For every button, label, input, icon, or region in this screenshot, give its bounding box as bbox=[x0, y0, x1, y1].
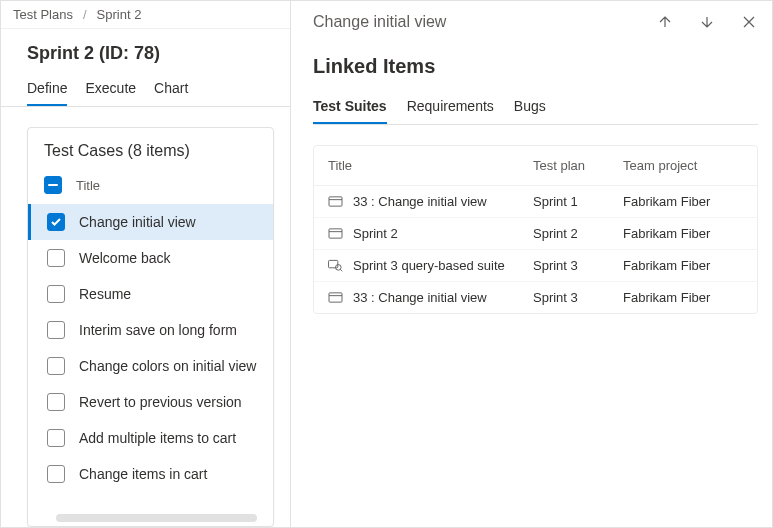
checkbox[interactable] bbox=[47, 357, 65, 375]
checkbox[interactable] bbox=[47, 249, 65, 267]
list-item-label: Change colors on initial view bbox=[79, 358, 256, 374]
list-item[interactable]: Change items in cart bbox=[28, 456, 273, 492]
left-tabs: Define Execute Chart bbox=[1, 74, 290, 107]
side-panel-title: Change initial view bbox=[313, 13, 446, 31]
list-item-label: Revert to previous version bbox=[79, 394, 242, 410]
test-cases-card: Test Cases (8 items) Title Change initia… bbox=[27, 127, 274, 527]
test-plan-cell: Sprint 2 bbox=[533, 226, 623, 241]
tab-requirements[interactable]: Requirements bbox=[407, 92, 494, 124]
test-cases-column-header: Title bbox=[28, 172, 273, 204]
test-plan-cell: Sprint 3 bbox=[533, 290, 623, 305]
list-item-label: Change items in cart bbox=[79, 466, 207, 482]
suite-title: 33 : Change initial view bbox=[353, 194, 487, 209]
side-panel-actions bbox=[656, 13, 758, 31]
test-plan-cell: Sprint 3 bbox=[533, 258, 623, 273]
table-row[interactable]: 33 : Change initial viewSprint 3Fabrikam… bbox=[314, 281, 757, 313]
list-item[interactable]: Revert to previous version bbox=[28, 384, 273, 420]
table-body: 33 : Change initial viewSprint 1Fabrikam… bbox=[314, 186, 757, 313]
table-row[interactable]: 33 : Change initial viewSprint 1Fabrikam… bbox=[314, 186, 757, 217]
list-item-label: Add multiple items to cart bbox=[79, 430, 236, 446]
breadcrumb-separator: / bbox=[83, 7, 87, 22]
list-item[interactable]: Change initial view bbox=[28, 204, 273, 240]
list-item[interactable]: Interim save on long form bbox=[28, 312, 273, 348]
linked-items-tabs: Test Suites Requirements Bugs bbox=[313, 92, 758, 125]
suite-title: Sprint 3 query-based suite bbox=[353, 258, 505, 273]
arrow-up-icon[interactable] bbox=[656, 13, 674, 31]
suite-title-cell: Sprint 3 query-based suite bbox=[328, 258, 533, 273]
linked-items-header: Linked Items bbox=[313, 55, 758, 78]
tab-execute[interactable]: Execute bbox=[85, 74, 136, 106]
breadcrumb-root[interactable]: Test Plans bbox=[13, 7, 73, 22]
left-pane: Test Plans / Sprint 2 Sprint 2 (ID: 78) … bbox=[1, 1, 291, 527]
static-suite-icon bbox=[328, 195, 343, 208]
suite-title-cell: 33 : Change initial view bbox=[328, 194, 533, 209]
list-item-label: Interim save on long form bbox=[79, 322, 237, 338]
team-project-cell: Fabrikam Fiber bbox=[623, 258, 743, 273]
page-title: Sprint 2 (ID: 78) bbox=[1, 29, 290, 74]
svg-rect-4 bbox=[329, 293, 342, 302]
tab-define[interactable]: Define bbox=[27, 74, 67, 106]
horizontal-scrollbar[interactable] bbox=[56, 514, 257, 522]
tab-chart[interactable]: Chart bbox=[154, 74, 188, 106]
checkbox[interactable] bbox=[47, 285, 65, 303]
suite-title-cell: 33 : Change initial view bbox=[328, 290, 533, 305]
suite-title: 33 : Change initial view bbox=[353, 290, 487, 305]
table-header: Title Test plan Team project bbox=[314, 146, 757, 186]
breadcrumb-current[interactable]: Sprint 2 bbox=[97, 7, 142, 22]
select-all-checkbox[interactable] bbox=[44, 176, 62, 194]
col-team-project[interactable]: Team project bbox=[623, 158, 743, 173]
column-title-label: Title bbox=[76, 178, 100, 193]
svg-rect-1 bbox=[329, 229, 342, 238]
team-project-cell: Fabrikam Fiber bbox=[623, 194, 743, 209]
list-item[interactable]: Change colors on initial view bbox=[28, 348, 273, 384]
list-item-label: Welcome back bbox=[79, 250, 171, 266]
test-cases-header: Test Cases (8 items) bbox=[28, 128, 273, 172]
col-test-plan[interactable]: Test plan bbox=[533, 158, 623, 173]
linked-items-table: Title Test plan Team project 33 : Change… bbox=[313, 145, 758, 314]
query-suite-icon bbox=[328, 259, 343, 272]
static-suite-icon bbox=[328, 227, 343, 240]
checkbox[interactable] bbox=[47, 321, 65, 339]
test-plan-cell: Sprint 1 bbox=[533, 194, 623, 209]
team-project-cell: Fabrikam Fiber bbox=[623, 226, 743, 241]
list-item-label: Change initial view bbox=[79, 214, 196, 230]
table-row[interactable]: Sprint 2Sprint 2Fabrikam Fiber bbox=[314, 217, 757, 249]
table-row[interactable]: Sprint 3 query-based suiteSprint 3Fabrik… bbox=[314, 249, 757, 281]
checkbox[interactable] bbox=[47, 429, 65, 447]
tab-bugs[interactable]: Bugs bbox=[514, 92, 546, 124]
svg-rect-0 bbox=[329, 197, 342, 206]
suite-title: Sprint 2 bbox=[353, 226, 398, 241]
test-cases-list: Change initial viewWelcome backResumeInt… bbox=[28, 204, 273, 506]
col-title[interactable]: Title bbox=[328, 158, 533, 173]
static-suite-icon bbox=[328, 291, 343, 304]
checkbox[interactable] bbox=[47, 393, 65, 411]
close-icon[interactable] bbox=[740, 13, 758, 31]
list-item[interactable]: Welcome back bbox=[28, 240, 273, 276]
list-item[interactable]: Add multiple items to cart bbox=[28, 420, 273, 456]
checkbox[interactable] bbox=[47, 465, 65, 483]
list-item-label: Resume bbox=[79, 286, 131, 302]
suite-title-cell: Sprint 2 bbox=[328, 226, 533, 241]
svg-rect-2 bbox=[329, 260, 338, 267]
tab-test-suites[interactable]: Test Suites bbox=[313, 92, 387, 124]
arrow-down-icon[interactable] bbox=[698, 13, 716, 31]
side-panel: Change initial view Linked Items Test Su… bbox=[291, 1, 772, 527]
side-panel-header: Change initial view bbox=[313, 13, 758, 31]
team-project-cell: Fabrikam Fiber bbox=[623, 290, 743, 305]
breadcrumb: Test Plans / Sprint 2 bbox=[1, 1, 290, 29]
list-item[interactable]: Resume bbox=[28, 276, 273, 312]
checkbox[interactable] bbox=[47, 213, 65, 231]
